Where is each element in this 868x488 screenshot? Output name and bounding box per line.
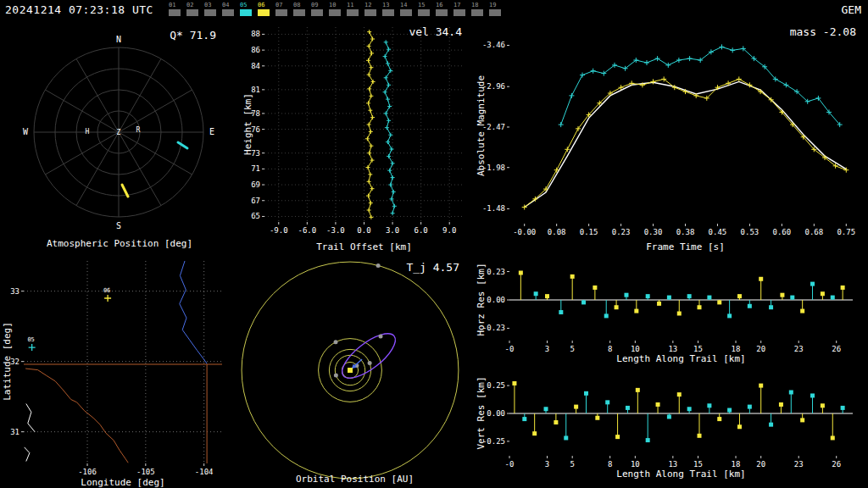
meteoroid-dot (379, 335, 383, 339)
svg-text:0.00: 0.00 (487, 296, 505, 304)
station-frame-box[interactable] (453, 9, 465, 16)
station-number: 10 (329, 2, 341, 8)
station-frame-box[interactable] (311, 9, 323, 16)
utc-timestamp: 20241214 07:23:18 UTC (5, 3, 153, 16)
station-19[interactable]: 19 (489, 2, 501, 16)
svg-text:0.15: 0.15 (580, 228, 598, 236)
svg-text:10: 10 (631, 345, 640, 353)
station-number: 12 (364, 2, 376, 8)
station-frame-box[interactable] (204, 9, 216, 16)
station-frame-box[interactable] (436, 9, 448, 16)
station-08[interactable]: 08 (293, 2, 305, 16)
station-number: 02 (186, 2, 198, 8)
station-frame-box[interactable] (240, 9, 252, 16)
horz_res-stems (519, 271, 845, 319)
svg-text:9.0: 9.0 (442, 226, 456, 235)
magnitude-series-station-05 (559, 44, 843, 127)
station-frame-box[interactable] (329, 9, 341, 16)
map-line-rio-grande (25, 369, 128, 463)
station-number: 13 (382, 2, 394, 8)
station-17[interactable]: 17 (453, 2, 465, 16)
station-frame-box[interactable] (489, 9, 501, 16)
map-ylabel: Latitude [deg] (2, 277, 13, 446)
svg-text:65: 65 (251, 212, 260, 220)
station-13[interactable]: 13 (382, 2, 394, 16)
station-18[interactable]: 18 (471, 2, 483, 16)
station-11[interactable]: 11 (347, 2, 359, 16)
station-02[interactable]: 02 (186, 2, 198, 16)
meteor-track-station-05 (178, 142, 187, 148)
station-frame-box[interactable] (258, 9, 270, 16)
station-frame-box[interactable] (293, 9, 305, 16)
station-15[interactable]: 15 (418, 2, 430, 16)
svg-text:8: 8 (608, 345, 612, 353)
svg-text:26: 26 (832, 460, 841, 469)
station-number: 03 (204, 2, 216, 8)
svg-text:0.30: 0.30 (644, 228, 663, 236)
q-value-label: Q* 71.9 (170, 29, 216, 42)
map-xlabel: Longitude [deg] (24, 477, 222, 488)
magnitude-plot: -0.000.080.150.230.300.380.450.530.600.6… (470, 19, 868, 254)
svg-text:15: 15 (693, 345, 703, 353)
svg-text:0.75: 0.75 (837, 228, 855, 236)
svg-text:3: 3 (545, 460, 549, 469)
velocity-ylabel: Height [km] (242, 40, 253, 209)
station-number: 15 (418, 2, 430, 8)
zenith-label: Z (117, 129, 121, 136)
horz_res-axes: -0358101315182023260.230.00-0.23 (482, 268, 841, 353)
station-14[interactable]: 14 (400, 2, 412, 16)
map-station-05: 05 (27, 336, 35, 351)
map-line-coast-fragment-1 (26, 404, 35, 432)
planet-dot (376, 263, 381, 268)
station-number: 19 (489, 2, 501, 8)
map-line-coast-fragment-2 (25, 447, 30, 462)
station-12[interactable]: 12 (364, 2, 376, 16)
station-frame-box[interactable] (169, 9, 181, 16)
svg-text:-0.00: -0.00 (513, 228, 536, 236)
station-frame-box[interactable] (275, 9, 287, 16)
sun-marker (348, 368, 353, 373)
station-01[interactable]: 01 (169, 2, 181, 16)
station-frame-box[interactable] (471, 9, 483, 16)
svg-text:23: 23 (794, 345, 804, 353)
station-frame-box[interactable] (222, 9, 234, 16)
velocity-axes: -9.0-6.0-3.00.03.06.09.08886848178767371… (251, 27, 464, 235)
station-frame-box[interactable] (400, 9, 412, 16)
station-frame-box[interactable] (382, 9, 394, 16)
station-03[interactable]: 03 (204, 2, 216, 16)
planet-dot (334, 374, 338, 378)
compass-north: N (116, 35, 121, 44)
velocity-value-label: vel 34.4 (409, 25, 462, 38)
svg-text:-105: -105 (136, 468, 155, 476)
station-number: 06 (258, 2, 270, 8)
velocity-series-station-06 (365, 30, 376, 219)
shower-code: GEM (842, 3, 861, 16)
residuals-plot: -0358101315182023260.230.00-0.23-0358101… (470, 254, 868, 488)
atmospheric-title: Atmospheric Position [deg] (0, 238, 239, 249)
station-16[interactable]: 16 (436, 2, 448, 16)
station-10[interactable]: 10 (329, 2, 341, 16)
svg-text:8: 8 (608, 460, 612, 469)
station-07[interactable]: 07 (275, 2, 287, 16)
svg-text:0.60: 0.60 (773, 228, 792, 236)
svg-text:6.0: 6.0 (415, 226, 428, 235)
station-frame-box[interactable] (364, 9, 376, 16)
station-number: 05 (240, 2, 252, 8)
planet-dot (334, 340, 338, 344)
station-frame-box[interactable] (347, 9, 359, 16)
svg-text:15: 15 (693, 460, 703, 469)
magnitude-xlabel: Frame Time [s] (509, 241, 861, 252)
station-05[interactable]: 05 (240, 2, 252, 16)
compass-south: S (116, 221, 121, 230)
station-09[interactable]: 09 (311, 2, 323, 16)
station-frame-box[interactable] (186, 9, 198, 16)
station-06[interactable]: 06 (258, 2, 270, 16)
svg-text:18: 18 (732, 345, 741, 353)
station-frame-box[interactable] (418, 9, 430, 16)
meteor-track-station-06 (122, 185, 128, 197)
vert-res-ylabel: Vert Res [km] (476, 329, 487, 488)
velocity-panel: -9.0-6.0-3.00.03.06.09.08886848178767371… (239, 19, 470, 254)
orbital-title: Orbital Position [AU] (239, 474, 470, 485)
atmospheric-polar-plot: NSEWZHR (0, 19, 239, 254)
station-04[interactable]: 04 (222, 2, 234, 16)
